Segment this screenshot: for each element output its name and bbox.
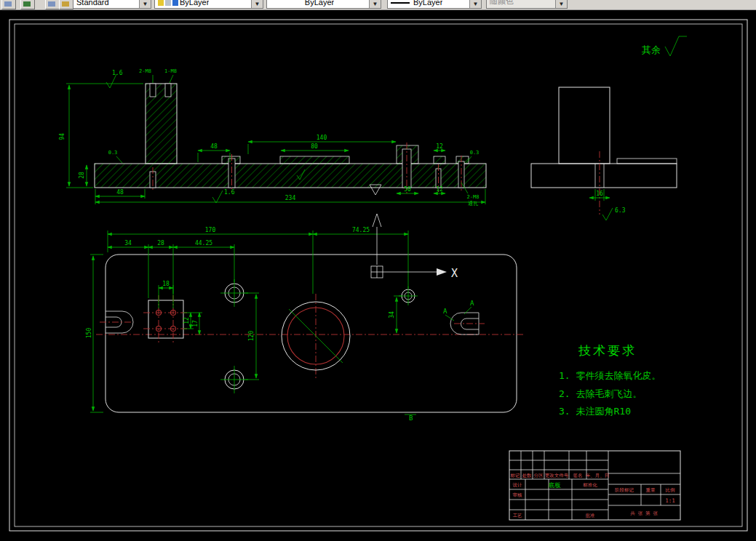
tech-title: 技术要求 xyxy=(578,343,637,358)
rest-label: 其余 xyxy=(642,44,661,55)
color-combo[interactable]: ByLayer ▼ xyxy=(266,0,381,9)
chamfer-label: 0.3 xyxy=(108,150,118,156)
section-marker: B xyxy=(409,414,413,422)
roughness-label: 6.3 xyxy=(615,207,626,214)
x-axis-label: X xyxy=(451,267,458,280)
chevron-down-icon[interactable]: ▼ xyxy=(139,0,151,8)
dim-label: 28 xyxy=(79,172,85,179)
layer-combo[interactable]: ByLayer ▼ xyxy=(154,0,263,9)
plot-style-value: 随颜色 xyxy=(490,0,514,7)
titleblock-label: 更改文件号 xyxy=(545,473,569,478)
plan-view: 170 74.25 34 28 44.25 150 120 34 18 12 1… xyxy=(86,227,525,422)
linetype-combo[interactable]: ByLayer ▼ xyxy=(387,0,482,9)
dim-label: 140 xyxy=(317,135,327,141)
titleblock-label: 分区 xyxy=(534,473,544,478)
dim-label: 44.25 xyxy=(195,240,212,247)
dim-label: 12 xyxy=(183,317,190,324)
tech-item: 1. 零件须去除氧化皮。 xyxy=(559,370,661,381)
dim-label: 80 xyxy=(311,143,318,150)
titleblock-label: 标准化 xyxy=(582,482,597,488)
titleblock-label: 批准 xyxy=(586,513,596,518)
titleblock-label: 审核 xyxy=(513,492,523,498)
titleblock-label: 签名 xyxy=(573,473,583,478)
plot-style-combo[interactable]: 随颜色 ▼ xyxy=(486,0,568,9)
dim-label: 48 xyxy=(210,143,218,150)
dim-label: 34 xyxy=(124,240,132,247)
titleblock-label: 标记 xyxy=(510,473,521,478)
titleblock-label: 设计 xyxy=(513,482,523,488)
linetype-sample xyxy=(391,2,410,4)
chevron-down-icon[interactable]: ▼ xyxy=(369,0,381,8)
titleblock-label: 工艺 xyxy=(513,513,523,518)
thread-callout: 1-M8 xyxy=(164,68,177,74)
dim-label: 28 xyxy=(157,240,164,247)
tech-requirements: 技术要求 1. 零件须去除氧化皮。 2. 去除毛刺飞边。 3. 未注圆角R10 xyxy=(559,343,661,417)
dim-label: 74.25 xyxy=(352,227,370,233)
tech-item: 2. 去除毛刺飞边。 xyxy=(559,388,642,399)
frame-border xyxy=(9,20,747,531)
dim-label: 12 xyxy=(436,143,443,150)
dim-label: 50 xyxy=(404,186,411,193)
text-style-value: Standard xyxy=(76,0,109,7)
chevron-down-icon[interactable]: ▼ xyxy=(555,0,567,8)
chevron-down-icon[interactable]: ▼ xyxy=(251,0,263,8)
section-marker: A xyxy=(443,308,447,315)
dim-label: 12 xyxy=(436,186,443,193)
layer-on-icon xyxy=(158,0,164,6)
dim-label: 34 xyxy=(389,311,395,318)
dim-label: 170 xyxy=(205,227,216,233)
chamfer-label: 0.3 xyxy=(470,150,480,156)
dim-label: 18 xyxy=(162,281,170,287)
thread-callout: 2-M8 xyxy=(139,68,151,74)
surface-finish-note: 其余 xyxy=(642,36,687,56)
title-block: 标记 处数 分区 更改文件号 签名 年、月、日 设计 标准化 审核 工艺 批准 … xyxy=(509,451,680,520)
section-view: 1.6 2-M8 1-M8 94 28 48 80 140 12 48 1.6 … xyxy=(59,68,486,207)
titleblock-label: 处数 xyxy=(522,473,533,478)
dim-label: 120 xyxy=(248,331,255,342)
toolbar-icon[interactable] xyxy=(1,0,16,9)
dim-label: 94 xyxy=(59,133,65,140)
dim-label: 48 xyxy=(116,189,124,196)
sheet-info: 共 张 第 张 xyxy=(630,510,658,516)
titleblock-label: 阶段标记 xyxy=(615,487,634,493)
dim-label: 17 xyxy=(192,320,199,327)
dim-label: 1.6 xyxy=(224,189,235,196)
thread-callout: 2-M8 xyxy=(467,194,480,200)
ucs-icon: X xyxy=(370,185,458,280)
thread-callout: 通孔 xyxy=(468,200,479,207)
linetype-value: ByLayer xyxy=(413,0,442,7)
layer-value: ByLayer xyxy=(180,0,209,7)
section-marker: A xyxy=(470,300,474,307)
part-name: 底板 xyxy=(549,481,562,489)
color-value: ByLayer xyxy=(305,0,334,7)
dim-label: 1.6 xyxy=(112,70,123,76)
dim-label: 150 xyxy=(86,328,92,339)
layer-color-icon xyxy=(172,0,178,6)
dim-label: 234 xyxy=(285,195,296,201)
layer-lock-icon xyxy=(165,0,171,6)
text-style-combo[interactable]: Standard ▼ xyxy=(73,0,151,9)
titleblock-label: 比例 xyxy=(666,487,675,493)
tech-item: 3. 未注圆角R10 xyxy=(559,406,631,417)
titleblock-label: 年、月、日 xyxy=(586,473,610,478)
layer-properties-icon[interactable] xyxy=(59,0,73,9)
drawing-canvas[interactable]: 1.6 2-M8 1-M8 94 28 48 80 140 12 48 1.6 … xyxy=(0,0,756,541)
titleblock-label: 重量 xyxy=(646,487,656,493)
toolbar-icon[interactable] xyxy=(20,0,35,9)
scale-value: 1:1 xyxy=(665,497,675,504)
cad-window: Standard ▼ ByLayer ▼ ByLayer ▼ ByLayer ▼… xyxy=(0,0,756,541)
toolbar: Standard ▼ ByLayer ▼ ByLayer ▼ ByLayer ▼… xyxy=(0,0,756,10)
dim-label: 16 xyxy=(596,191,603,197)
chevron-down-icon[interactable]: ▼ xyxy=(469,0,481,8)
side-view: 16 6.3 xyxy=(531,87,677,220)
layers-icon[interactable] xyxy=(45,0,60,9)
